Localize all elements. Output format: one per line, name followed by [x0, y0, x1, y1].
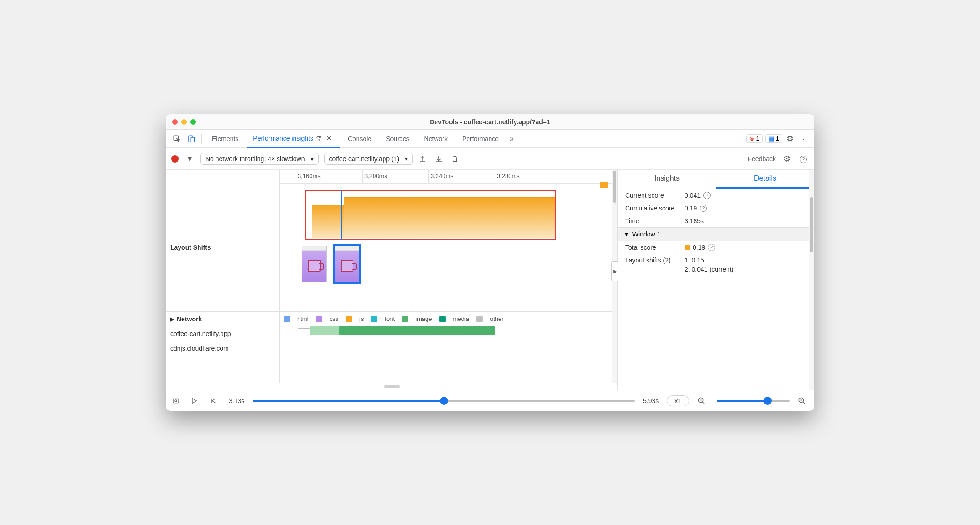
timeline-tracks[interactable]: 3,160ms 3,200ms 3,240ms 3,280ms [280, 170, 617, 383]
playback-footer: 3.13s 5.93s x1 [166, 390, 814, 411]
tab-elements[interactable]: Elements [205, 130, 245, 148]
layout-shift-item-2[interactable]: 2. 0.041 (current) [685, 266, 733, 273]
more-tabs-icon[interactable]: » [507, 135, 516, 143]
main-content: Layout Shifts ▶Network coffee-cart.netli… [166, 170, 814, 390]
panel-settings-icon[interactable]: ⚙ [781, 154, 792, 164]
help-icon[interactable]: ? [700, 205, 707, 212]
feedback-link[interactable]: Feedback [748, 155, 776, 163]
visibility-icon[interactable] [171, 397, 182, 404]
record-button[interactable] [171, 155, 179, 163]
legend-font-icon [371, 316, 377, 322]
window-section[interactable]: ▼Window 1 [618, 227, 814, 241]
layout-shifts-label: Layout Shifts [166, 184, 279, 311]
delete-icon[interactable] [451, 155, 462, 163]
playback-start-time: 3.13s [229, 397, 244, 404]
record-dropdown-icon[interactable]: ▾ [184, 154, 195, 164]
current-score-label: Current score [625, 192, 685, 199]
tab-performance[interactable]: Performance [456, 130, 505, 148]
horizontal-scroll-handle[interactable] [166, 383, 617, 390]
error-count-badge[interactable]: ⊗1 [746, 134, 763, 143]
legend-image-icon [402, 316, 408, 322]
expand-sidebar-icon[interactable]: ▶ [611, 261, 618, 281]
throttling-dropdown[interactable]: No network throttling, 4× slowdown▾ [200, 153, 319, 165]
settings-icon[interactable]: ⚙ [784, 134, 796, 144]
network-host-1: cdnjs.cloudflare.com [166, 341, 279, 356]
playback-end-time: 5.93s [643, 397, 659, 404]
minimize-window-icon[interactable] [181, 119, 187, 125]
network-track-label[interactable]: ▶Network [166, 311, 279, 326]
screenshot-thumbnail-1[interactable] [302, 246, 327, 282]
cumulative-score-value: 0.19 [685, 205, 697, 212]
legend-html-icon [284, 316, 290, 322]
svg-rect-3 [173, 399, 179, 403]
help-icon[interactable]: ? [703, 192, 711, 199]
network-host-0: coffee-cart.netlify.app [166, 326, 279, 341]
tab-performance-insights[interactable]: Performance insights ⚗ ✕ [247, 130, 340, 148]
tab-insights[interactable]: Insights [618, 170, 716, 189]
svg-rect-2 [191, 137, 195, 142]
tab-console[interactable]: Console [342, 130, 378, 148]
network-requests[interactable] [280, 326, 617, 356]
details-scrollbar[interactable] [809, 170, 814, 390]
network-legend: html css js font image media other [280, 311, 617, 326]
window-title: DevTools - coffee-cart.netlify.app/?ad=1 [196, 118, 784, 126]
screenshot-thumbnail-2[interactable] [335, 246, 359, 282]
message-count-badge[interactable]: ▤1 [765, 134, 782, 143]
capture-dropdown[interactable]: coffee-cart.netlify.app (1)▾ [324, 153, 413, 165]
tab-sources[interactable]: Sources [379, 130, 416, 148]
play-icon[interactable] [190, 397, 201, 404]
skip-start-icon[interactable] [210, 397, 221, 404]
traffic-lights [172, 119, 196, 125]
legend-css-icon [316, 316, 322, 322]
titlebar: DevTools - coffee-cart.netlify.app/?ad=1 [166, 114, 814, 130]
time-ruler: 3,160ms 3,200ms 3,240ms 3,280ms [280, 170, 617, 184]
zoom-in-icon[interactable] [798, 397, 809, 405]
time-label: Time [625, 217, 685, 225]
current-score-value: 0.041 [685, 192, 701, 199]
insights-toolbar: ▾ No network throttling, 4× slowdown▾ co… [166, 148, 814, 170]
total-score-label: Total score [625, 244, 685, 251]
kebab-menu-icon[interactable]: ⋮ [798, 134, 810, 144]
import-icon[interactable] [435, 155, 446, 163]
total-score-value: 0.19 [693, 244, 705, 251]
cumulative-score-label: Cumulative score [625, 205, 685, 212]
maximize-window-icon[interactable] [190, 119, 196, 125]
help-icon[interactable]: ? [708, 244, 715, 251]
help-icon[interactable]: ? [798, 154, 809, 163]
net-request-image[interactable] [339, 326, 495, 335]
playhead[interactable] [341, 190, 342, 240]
device-toolbar-icon[interactable] [185, 132, 198, 145]
zoom-out-icon[interactable] [697, 397, 708, 405]
legend-js-icon [346, 316, 352, 322]
legend-media-icon [439, 316, 446, 322]
svg-point-4 [175, 400, 177, 402]
timeline-panel: Layout Shifts ▶Network coffee-cart.netli… [166, 170, 618, 390]
tab-network[interactable]: Network [418, 130, 454, 148]
net-request-image-light[interactable] [310, 326, 339, 335]
close-tab-icon[interactable]: ✕ [325, 134, 333, 142]
playback-slider[interactable] [253, 400, 635, 402]
details-panel: ▶ Insights Details Current score0.041? C… [618, 170, 814, 390]
panel-tabs: Elements Performance insights ⚗ ✕ Consol… [166, 130, 814, 148]
net-wait [298, 328, 310, 329]
export-icon[interactable] [418, 155, 429, 163]
inspect-element-icon[interactable] [170, 132, 183, 145]
close-window-icon[interactable] [172, 119, 178, 125]
layout-shift-item-1[interactable]: 1. 0.15 [685, 257, 704, 264]
zoom-multiplier[interactable]: x1 [667, 395, 689, 406]
time-value: 3.185s [685, 217, 704, 225]
score-swatch-icon [685, 245, 690, 250]
experiment-icon: ⚗ [316, 135, 322, 142]
layout-shifts-count-label: Layout shifts (2) [625, 257, 685, 264]
zoom-slider[interactable] [717, 400, 790, 402]
tab-details[interactable]: Details [716, 170, 814, 189]
layout-shift-track[interactable] [280, 184, 617, 311]
devtools-window: DevTools - coffee-cart.netlify.app/?ad=1… [166, 114, 814, 411]
legend-other-icon [476, 316, 483, 322]
selection-box [305, 190, 556, 240]
